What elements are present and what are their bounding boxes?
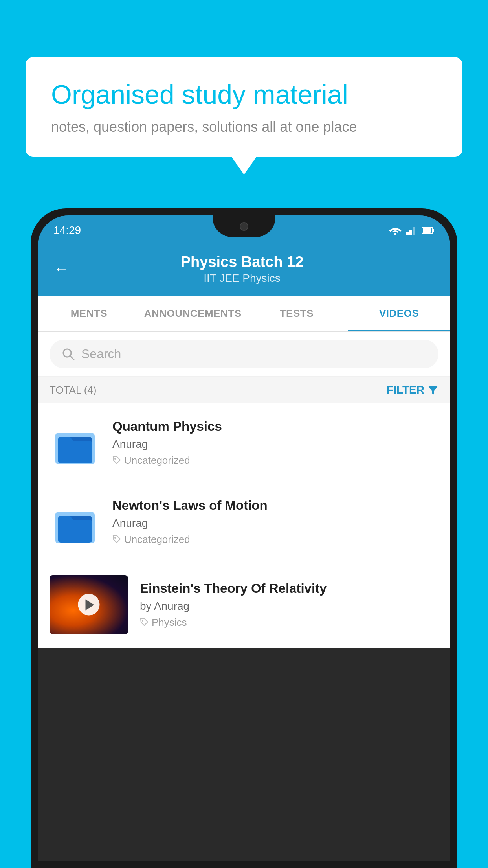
status-time: 14:29	[53, 224, 81, 237]
svg-point-16	[142, 620, 143, 622]
notch	[213, 215, 275, 237]
play-button[interactable]	[78, 594, 100, 616]
video-author-2: Anurag	[112, 517, 438, 530]
total-count: TOTAL (4)	[50, 384, 96, 396]
play-triangle-icon	[85, 599, 94, 610]
video-tag-text-2: Uncategorized	[124, 533, 190, 546]
header-title: Physics Batch 12	[81, 254, 403, 270]
signal-icon	[406, 226, 417, 235]
filter-button[interactable]: FILTER	[387, 384, 438, 396]
folder-icon-2	[53, 500, 97, 543]
video-tag-2: Uncategorized	[112, 533, 438, 546]
search-icon	[61, 347, 75, 361]
wifi-icon	[389, 226, 402, 235]
video-author-1: Anurag	[112, 438, 438, 451]
speech-bubble: Organised study material notes, question…	[26, 57, 462, 157]
filter-icon	[427, 384, 438, 395]
back-button[interactable]: ←	[53, 260, 69, 278]
svg-line-8	[70, 356, 74, 360]
video-list: Quantum Physics Anurag Uncategorized	[38, 403, 450, 648]
video-title-1: Quantum Physics	[112, 419, 438, 434]
svg-point-0	[394, 233, 396, 235]
svg-point-15	[114, 537, 116, 539]
status-icons	[389, 226, 435, 235]
tab-announcements[interactable]: ANNOUNCEMENTS	[140, 296, 246, 331]
status-bar: 14:29	[38, 215, 450, 245]
folder-thumbnail-2	[50, 496, 101, 547]
tag-icon	[112, 456, 121, 465]
speech-bubble-container: Organised study material notes, question…	[26, 57, 462, 157]
search-placeholder: Search	[81, 347, 121, 361]
svg-rect-2	[409, 230, 412, 235]
video-info-2: Newton's Laws of Motion Anurag Uncategor…	[112, 498, 438, 546]
speech-bubble-title: Organised study material	[51, 79, 437, 111]
app-header: ← Physics Batch 12 IIT JEE Physics	[38, 245, 450, 296]
header-title-area: Physics Batch 12 IIT JEE Physics	[81, 254, 403, 285]
phone-inner: 14:29	[38, 215, 450, 861]
filter-label: FILTER	[387, 384, 424, 396]
list-item[interactable]: Einstein's Theory Of Relativity by Anura…	[38, 561, 450, 648]
list-item[interactable]: Quantum Physics Anurag Uncategorized	[38, 403, 450, 482]
video-info-3: Einstein's Theory Of Relativity by Anura…	[140, 581, 438, 629]
svg-point-12	[114, 458, 116, 460]
video-title-2: Newton's Laws of Motion	[112, 498, 438, 513]
tag-icon-3	[140, 618, 149, 627]
tabs-bar: MENTS ANNOUNCEMENTS TESTS VIDEOS	[38, 296, 450, 332]
video-info-1: Quantum Physics Anurag Uncategorized	[112, 419, 438, 467]
search-bar[interactable]: Search	[50, 340, 438, 368]
folder-thumbnail-1	[50, 417, 101, 468]
video-tag-text-1: Uncategorized	[124, 454, 190, 467]
video-tag-text-3: Physics	[152, 616, 187, 629]
svg-rect-6	[423, 228, 431, 233]
svg-rect-3	[413, 227, 415, 235]
header-subtitle: IIT JEE Physics	[81, 272, 403, 285]
list-item[interactable]: Newton's Laws of Motion Anurag Uncategor…	[38, 482, 450, 561]
battery-icon	[422, 226, 435, 234]
tag-icon-2	[112, 535, 121, 544]
svg-marker-9	[428, 386, 438, 395]
video-tag-3: Physics	[140, 616, 438, 629]
filter-bar: TOTAL (4) FILTER	[38, 377, 450, 403]
folder-icon	[53, 421, 97, 464]
phone-outer: 14:29	[31, 208, 457, 868]
video-title-3: Einstein's Theory Of Relativity	[140, 581, 438, 596]
search-container: Search	[38, 332, 450, 377]
speech-bubble-subtitle: notes, question papers, solutions all at…	[51, 119, 437, 135]
video-author-3: by Anurag	[140, 600, 438, 612]
svg-rect-1	[406, 232, 409, 235]
tab-tests[interactable]: TESTS	[245, 296, 348, 331]
tab-ments[interactable]: MENTS	[38, 296, 140, 331]
video-thumbnail-3	[50, 575, 128, 634]
tab-videos[interactable]: VIDEOS	[348, 296, 450, 331]
svg-rect-5	[433, 229, 434, 232]
phone-wrapper: 14:29	[31, 208, 457, 868]
video-tag-1: Uncategorized	[112, 454, 438, 467]
camera-dot	[240, 222, 248, 231]
